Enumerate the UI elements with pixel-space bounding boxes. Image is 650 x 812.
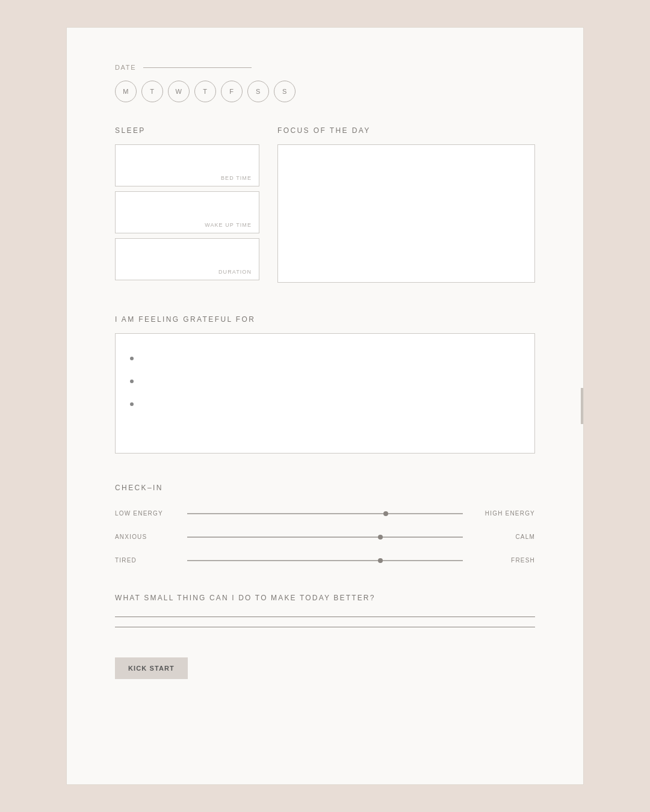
slider-track-1 (187, 537, 463, 538)
date-label: DATE (115, 64, 136, 71)
checkin-slider-2[interactable] (187, 559, 463, 562)
sleep-input-label-0: BED TIME (221, 175, 252, 181)
slider-thumb-2[interactable] (378, 558, 383, 563)
right-border-decoration (581, 388, 583, 424)
checkin-row-1: ANXIOUSCALM (115, 534, 535, 540)
date-line (143, 67, 252, 68)
slider-track-2 (187, 560, 463, 561)
bullet-icon (130, 402, 134, 406)
checkin-right-2: FRESH (475, 557, 535, 564)
checkin-section: CHECK–IN LOW ENERGYHIGH ENERGYANXIOUSCAL… (115, 484, 535, 564)
sleep-input-label-2: DURATION (218, 269, 252, 275)
checkin-title: CHECK–IN (115, 484, 535, 492)
checkin-left-2: TIRED (115, 557, 175, 564)
bullet-icon (130, 380, 134, 383)
grateful-item-2 (130, 392, 520, 414)
checkin-slider-1[interactable] (187, 535, 463, 539)
grateful-item-1 (130, 369, 520, 392)
focus-column: FOCUS OF THE DAY (277, 126, 535, 285)
focus-title: FOCUS OF THE DAY (277, 126, 535, 135)
sleep-focus-section: SLEEP BED TIMEWAKE UP TIMEDURATION FOCUS… (115, 126, 535, 285)
day-circle-t-1[interactable]: T (141, 81, 163, 102)
focus-box[interactable] (277, 144, 535, 283)
small-thing-line (115, 617, 535, 617)
slider-thumb-1[interactable] (378, 535, 383, 540)
grateful-item-0 (130, 346, 520, 369)
day-circle-s-5[interactable]: S (247, 81, 269, 102)
sleep-column: SLEEP BED TIMEWAKE UP TIMEDURATION (115, 126, 259, 285)
day-circle-s-6[interactable]: S (274, 81, 296, 102)
day-circle-f-4[interactable]: F (221, 81, 243, 102)
grateful-title: I AM FEELING GRATEFUL FOR (115, 315, 535, 324)
sleep-input-box-1[interactable]: WAKE UP TIME (115, 191, 259, 233)
checkin-slider-0[interactable] (187, 512, 463, 515)
day-circle-t-3[interactable]: T (194, 81, 216, 102)
grateful-box (115, 333, 535, 454)
grateful-section: I AM FEELING GRATEFUL FOR (115, 315, 535, 454)
checkin-right-1: CALM (475, 534, 535, 540)
checkin-right-0: HIGH ENERGY (475, 510, 535, 517)
days-row: MTWTFSS (115, 81, 535, 102)
sleep-input-box-2[interactable]: DURATION (115, 238, 259, 280)
sleep-input-label-1: WAKE UP TIME (205, 222, 252, 228)
checkin-row-2: TIREDFRESH (115, 557, 535, 564)
day-circle-m-0[interactable]: M (115, 81, 137, 102)
sleep-input-box-0[interactable]: BED TIME (115, 144, 259, 186)
checkin-left-1: ANXIOUS (115, 534, 175, 540)
date-row: DATE (115, 64, 535, 71)
slider-thumb-0[interactable] (383, 511, 388, 516)
slider-track-0 (187, 513, 463, 514)
kick-start-button[interactable]: KICK START (115, 657, 188, 679)
small-thing-line-2 (115, 627, 535, 627)
checkin-row-0: LOW ENERGYHIGH ENERGY (115, 510, 535, 517)
checkin-left-0: LOW ENERGY (115, 510, 175, 517)
bullet-icon (130, 357, 134, 360)
day-circle-w-2[interactable]: W (168, 81, 190, 102)
small-thing-title: WHAT SMALL THING CAN I DO TO MAKE TODAY … (115, 594, 535, 602)
date-section: DATE MTWTFSS (115, 64, 535, 102)
small-thing-section: WHAT SMALL THING CAN I DO TO MAKE TODAY … (115, 594, 535, 627)
journal-card: DATE MTWTFSS SLEEP BED TIMEWAKE UP TIMED… (66, 27, 584, 785)
sleep-title: SLEEP (115, 126, 259, 135)
